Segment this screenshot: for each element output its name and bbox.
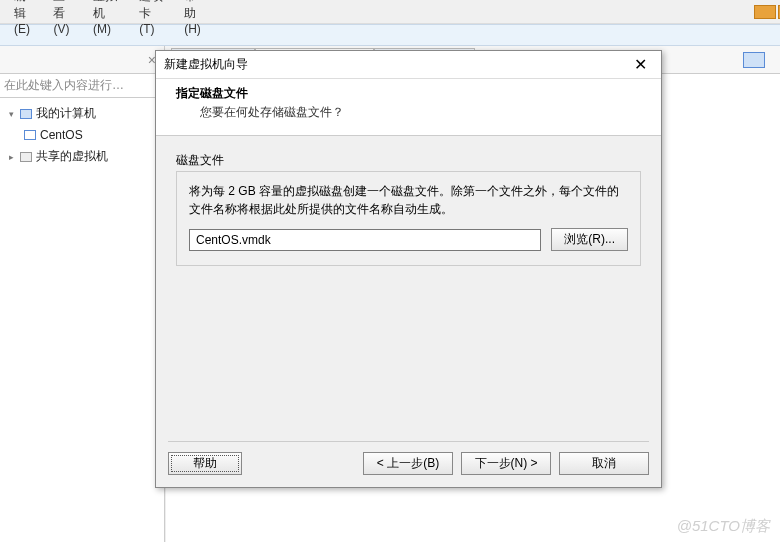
- menu-edit[interactable]: 编辑(E): [4, 0, 43, 36]
- search-input[interactable]: 在此处键入内容进行…: [0, 74, 164, 98]
- group-label: 磁盘文件: [176, 152, 641, 169]
- fullscreen-icon[interactable]: [743, 52, 765, 68]
- side-panel: 在此处键入内容进行… ▾ 我的计算机 CentOS ▸ 共享的虚拟机: [0, 74, 165, 542]
- disk-filename-input[interactable]: [189, 229, 541, 251]
- tree-node-centos[interactable]: CentOS: [0, 125, 164, 145]
- tree-node-my-computer[interactable]: ▾ 我的计算机: [0, 102, 164, 125]
- disk-file-description: 将为每 2 GB 容量的虚拟磁盘创建一个磁盘文件。除第一个文件之外，每个文件的文…: [189, 182, 628, 218]
- next-button[interactable]: 下一步(N) >: [461, 452, 551, 475]
- vm-icon: [24, 130, 36, 140]
- dialog-title: 新建虚拟机向导: [164, 56, 248, 73]
- dialog-titlebar: 新建虚拟机向导 ✕: [156, 51, 661, 79]
- vm-tree: ▾ 我的计算机 CentOS ▸ 共享的虚拟机: [0, 98, 164, 168]
- dialog-heading: 指定磁盘文件: [176, 85, 641, 102]
- dialog-body: 磁盘文件 将为每 2 GB 容量的虚拟磁盘创建一个磁盘文件。除第一个文件之外，每…: [156, 136, 661, 282]
- sidebar-collapse-x[interactable]: ×: [0, 46, 165, 73]
- dialog-footer: 帮助 < 上一步(B) 下一步(N) > 取消: [168, 441, 649, 475]
- tree-label: CentOS: [40, 128, 83, 142]
- expand-icon[interactable]: ▸: [6, 152, 16, 162]
- cancel-button[interactable]: 取消: [559, 452, 649, 475]
- disk-file-group: 将为每 2 GB 容量的虚拟磁盘创建一个磁盘文件。除第一个文件之外，每个文件的文…: [176, 171, 641, 266]
- menu-help[interactable]: 帮助(H): [174, 0, 214, 36]
- dialog-header: 指定磁盘文件 您要在何处存储磁盘文件？: [156, 79, 661, 136]
- tree-label: 我的计算机: [36, 105, 96, 122]
- watermark: @51CTO博客: [677, 517, 770, 536]
- menu-view[interactable]: 查看(V): [43, 0, 82, 36]
- help-button[interactable]: 帮助: [168, 452, 242, 475]
- dialog-subheading: 您要在何处存储磁盘文件？: [176, 104, 641, 121]
- dialog-close-button[interactable]: ✕: [628, 55, 653, 74]
- tree-node-shared[interactable]: ▸ 共享的虚拟机: [0, 145, 164, 168]
- menu-tabs[interactable]: 选项卡(T): [129, 0, 174, 36]
- browse-button[interactable]: 浏览(R)...: [551, 228, 628, 251]
- menu-bar: 编辑(E) 查看(V) 虚拟机(M) 选项卡(T) 帮助(H): [0, 0, 780, 24]
- pause-icon[interactable]: [754, 5, 766, 19]
- tree-label: 共享的虚拟机: [36, 148, 108, 165]
- new-vm-wizard-dialog: 新建虚拟机向导 ✕ 指定磁盘文件 您要在何处存储磁盘文件？ 磁盘文件 将为每 2…: [155, 50, 662, 488]
- collapse-icon[interactable]: ▾: [6, 109, 16, 119]
- back-button[interactable]: < 上一步(B): [363, 452, 453, 475]
- computer-icon: [20, 109, 32, 119]
- shared-icon: [20, 152, 32, 162]
- menu-vm[interactable]: 虚拟机(M): [83, 0, 129, 36]
